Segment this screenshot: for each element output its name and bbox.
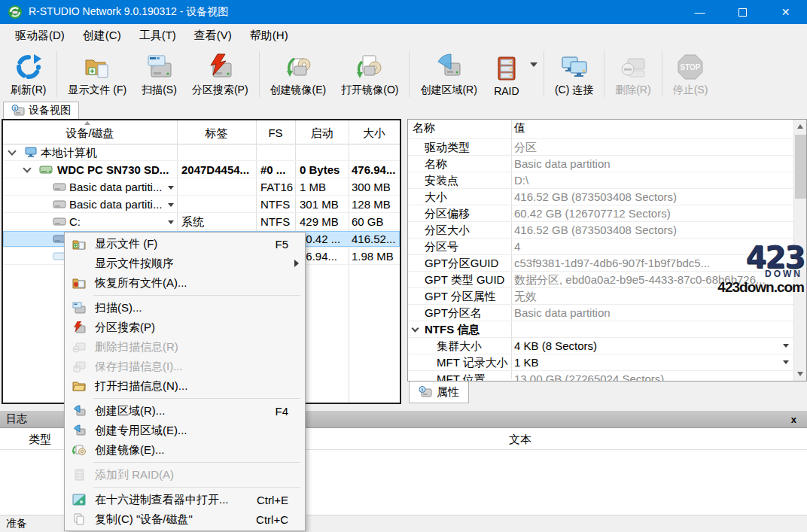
table-row-partition-2[interactable]: Basic data partiti... NTFS 301 MB 128 MB — [3, 196, 400, 213]
view-tab-bar: i 设备视图 — [0, 102, 807, 119]
menu-item-show-files-ordered[interactable]: 显示文件按顺序 — [65, 254, 305, 273]
scroll-up-icon[interactable] — [797, 124, 803, 129]
menu-help[interactable]: 帮助(H) — [241, 26, 297, 46]
menu-shortcut: F5 — [275, 238, 305, 251]
menu-view[interactable]: 查看(V) — [185, 26, 241, 46]
scrollbar-thumb[interactable] — [795, 135, 806, 199]
svg-text:i: i — [422, 387, 423, 392]
col-start[interactable]: 启动 — [295, 126, 349, 141]
disk-icon — [53, 216, 66, 227]
menu-separator — [93, 487, 300, 488]
svg-text:i: i — [14, 105, 16, 111]
prop-name: 分区偏移 — [425, 207, 470, 221]
app-logo-icon — [8, 5, 23, 20]
menu-drives[interactable]: 驱动器(D) — [6, 26, 74, 46]
menu-item-scan[interactable]: 扫描(S)... — [65, 298, 305, 318]
tab-device-view[interactable]: i 设备视图 — [3, 102, 79, 119]
menu-item-open-scan-info[interactable]: 打开扫描信息(N)... — [65, 376, 305, 396]
menu-item-show-files[interactable]: 显示文件 (F) F5 — [65, 234, 305, 254]
table-row-partition-1[interactable]: Basic data partiti... FAT16 1 MB 300 MB — [3, 179, 400, 196]
remove-label: 删除(R) — [615, 84, 650, 97]
menu-item-partition-search[interactable]: 分区搜索(P) — [65, 318, 305, 337]
remove-scan-info-icon — [72, 341, 86, 353]
stop-label: 停止(S) — [673, 84, 708, 97]
toolbar: 刷新(R) 显示文件 (F) 扫描(S) — [0, 47, 807, 102]
refresh-button[interactable]: 刷新(R) — [3, 47, 53, 102]
close-button[interactable]: ✕ — [764, 0, 807, 24]
chevron-down-icon[interactable] — [23, 164, 31, 172]
col-fs[interactable]: FS — [256, 126, 295, 139]
raid-button-group: RAID — [485, 47, 541, 102]
prop-section-ntfs-info[interactable]: NTFS 信息 — [408, 321, 793, 338]
menu-item-label: 创建专用区域(E)... — [95, 424, 305, 438]
raid-button[interactable]: RAID — [485, 47, 528, 102]
menu-item-create-region[interactable]: 创建区域(R)... F4 — [65, 401, 305, 421]
row-dropdown-icon[interactable] — [168, 203, 174, 207]
maximize-button[interactable] — [721, 0, 764, 24]
menu-item-label: 打开扫描信息(N)... — [95, 379, 305, 394]
watermark-423down: 423 DOWN 423down.com — [714, 242, 804, 294]
log-close-icon[interactable]: x — [791, 414, 801, 425]
create-image-icon — [284, 53, 312, 81]
chevron-down-icon[interactable] — [412, 325, 419, 333]
partition-search-button[interactable]: 分区搜索(P) — [184, 47, 256, 102]
show-files-icon — [83, 53, 111, 81]
table-row-wdc-disk[interactable]: WDC PC SN730 SD... 2047D4454... #0 ... 0… — [3, 162, 400, 178]
menu-create[interactable]: 创建(C) — [74, 26, 130, 46]
prop-name: 驱动类型 — [425, 141, 470, 155]
prop-name: GPT 类型 GUID — [425, 273, 504, 287]
open-image-button[interactable]: 打开镜像(O) — [333, 47, 406, 102]
device-size: 476.94... — [352, 163, 395, 176]
scan-label: 扫描(S) — [142, 84, 177, 97]
combo-dropdown-icon[interactable] — [783, 344, 789, 348]
menu-item-open-in-hex-viewer[interactable]: 在十六进制查看器中打开... Ctrl+E — [65, 490, 305, 509]
log-col-text[interactable]: 文本 — [509, 433, 531, 447]
show-files-button[interactable]: 显示文件 (F) — [60, 47, 134, 102]
menu-item-add-to-raid: 添加到 RAID(A) — [65, 465, 305, 485]
menu-item-recover-all-files[interactable]: 恢复所有文件(A)... — [65, 273, 305, 293]
device-start: 301 MB — [300, 198, 339, 211]
menu-tools[interactable]: 工具(T) — [130, 26, 185, 46]
prop-row-cluster-size[interactable]: 集群大小 4 KB (8 Sectors) — [408, 338, 793, 354]
table-row-local-computer[interactable]: 本地计算机 — [3, 144, 400, 161]
col-name[interactable]: 名称 — [413, 121, 435, 135]
combo-dropdown-icon[interactable] — [783, 360, 789, 364]
scroll-down-icon[interactable] — [797, 372, 803, 376]
row-dropdown-icon[interactable] — [168, 186, 174, 190]
tab-properties-label: 属性 — [437, 385, 459, 400]
properties-icon: i — [419, 386, 432, 398]
create-image-button[interactable]: 创建镜像(E) — [263, 47, 334, 102]
status-text: 准备 — [6, 517, 27, 530]
col-label[interactable]: 标签 — [177, 126, 256, 141]
table-row-drive-c[interactable]: C: 系统 NTFS 429 MB 60 GB — [3, 214, 400, 230]
minimize-button[interactable]: — — [678, 0, 721, 24]
menu-item-create-image[interactable]: 创建镜像(E)... — [65, 440, 305, 460]
menu-item-create-exclusive-region[interactable]: 创建专用区域(E)... — [65, 421, 305, 440]
toolbar-separator — [544, 51, 544, 97]
row-dropdown-icon[interactable] — [168, 220, 174, 224]
col-value[interactable]: 值 — [514, 121, 525, 135]
device-name: Basic data partiti... — [69, 198, 162, 211]
show-files-icon — [72, 238, 86, 250]
create-region-button[interactable]: 创建区域(R) — [413, 47, 484, 102]
col-size[interactable]: 大小 — [349, 126, 400, 141]
scan-button[interactable]: 扫描(S) — [134, 47, 184, 102]
raid-dropdown-icon[interactable] — [530, 62, 537, 67]
prop-name: 安装点 — [425, 174, 458, 188]
prop-value: Basic data partition — [514, 157, 611, 170]
tab-properties[interactable]: i 属性 — [409, 382, 469, 403]
prop-row-mft-record-size[interactable]: MFT 记录大小 1 KB — [408, 354, 793, 371]
log-col-type[interactable]: 类型 — [29, 433, 51, 447]
show-files-label: 显示文件 (F) — [68, 84, 126, 97]
toolbar-separator — [259, 51, 260, 97]
prop-name: GPT 分区属性 — [425, 290, 496, 304]
menu-item-copy[interactable]: 复制(C) "设备/磁盘" Ctrl+C — [65, 509, 305, 529]
connect-icon — [560, 53, 589, 81]
col-device-disk[interactable]: 设备/磁盘 — [3, 126, 177, 141]
prop-value: D:\ — [514, 174, 528, 187]
chevron-down-icon[interactable] — [8, 147, 16, 155]
prop-value: 60.42 GB (126707712 Sectors) — [514, 207, 671, 220]
connect-button[interactable]: (C) 连接 — [547, 47, 601, 102]
prop-value: 4 KB (8 Sectors) — [514, 339, 597, 352]
device-name: 本地计算机 — [41, 146, 97, 160]
